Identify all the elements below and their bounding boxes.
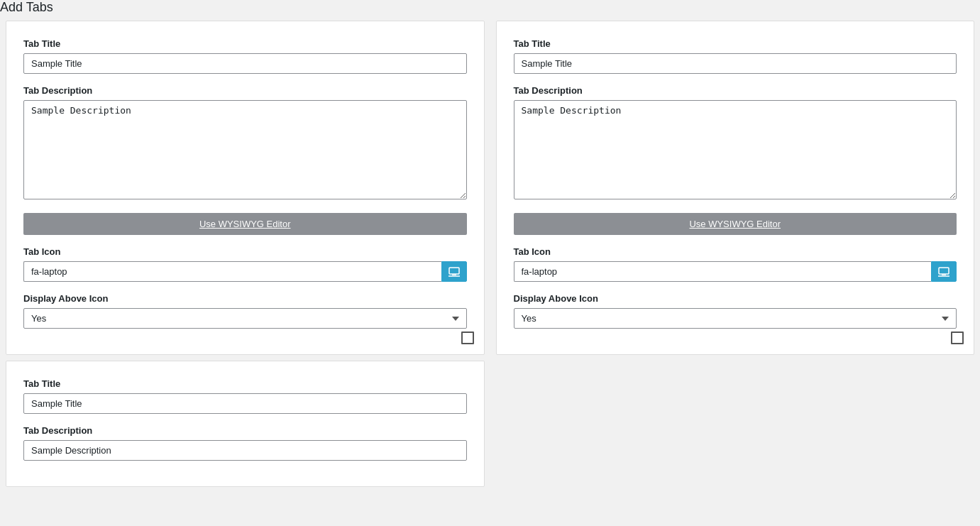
- tab-title-input-1[interactable]: [23, 53, 467, 74]
- tab-icon-group-1: Tab Icon: [23, 246, 467, 282]
- laptop-icon-1: [448, 267, 460, 277]
- display-above-select-2[interactable]: Yes No: [514, 308, 957, 329]
- empty-right-col: [496, 361, 975, 487]
- wysiwyg-button-2[interactable]: Use WYSIWYG Editor: [514, 213, 957, 235]
- tab-title-label-1: Tab Title: [23, 38, 467, 49]
- tab-description-group-3: Tab Description: [23, 425, 467, 461]
- tab-icon-input-1[interactable]: [23, 261, 441, 282]
- svg-rect-3: [939, 268, 949, 274]
- laptop-icon-2: [938, 267, 949, 277]
- card-checkbox-1[interactable]: [461, 332, 474, 344]
- tab-description-textarea-1[interactable]: Sample Description: [23, 100, 467, 199]
- tab-description-label-2: Tab Description: [514, 85, 957, 96]
- tab-title-input-2[interactable]: [514, 53, 957, 74]
- bottom-row: Tab Title Tab Description: [0, 361, 980, 493]
- tab-title-group-3: Tab Title: [23, 378, 467, 414]
- tab-card-2: Tab Title Tab Description Sample Descrip…: [496, 21, 975, 355]
- display-above-group-2: Display Above Icon Yes No: [514, 293, 957, 329]
- tab-icon-label-1: Tab Icon: [23, 246, 467, 257]
- tab-description-textarea-2[interactable]: Sample Description: [514, 100, 957, 199]
- cards-grid: Tab Title Tab Description Sample Descrip…: [0, 15, 980, 361]
- tab-description-input-3[interactable]: [23, 440, 467, 461]
- display-above-select-1[interactable]: Yes No: [23, 308, 467, 329]
- tab-description-group-2: Tab Description Sample Description: [514, 85, 957, 202]
- page-header: Add Tabs: [0, 0, 980, 15]
- tab-icon-group-2: Tab Icon: [514, 246, 957, 282]
- tab-title-group-2: Tab Title: [514, 38, 957, 74]
- tab-card-1: Tab Title Tab Description Sample Descrip…: [6, 21, 485, 355]
- tab-icon-row-2: [514, 261, 957, 282]
- wysiwyg-button-1[interactable]: Use WYSIWYG Editor: [23, 213, 467, 235]
- card-checkbox-2[interactable]: [951, 332, 964, 344]
- tab-description-label-3: Tab Description: [23, 425, 467, 436]
- tab-title-input-3[interactable]: [23, 393, 467, 414]
- page-title: Add Tabs: [0, 0, 980, 15]
- tab-card-3: Tab Title Tab Description: [6, 361, 485, 487]
- tab-description-label-1: Tab Description: [23, 85, 467, 96]
- tab-title-group-1: Tab Title: [23, 38, 467, 74]
- display-above-label-2: Display Above Icon: [514, 293, 957, 304]
- svg-rect-0: [449, 268, 459, 274]
- tab-icon-label-2: Tab Icon: [514, 246, 957, 257]
- tab-icon-input-2[interactable]: [514, 261, 932, 282]
- tab-icon-preview-btn-1[interactable]: [441, 261, 467, 282]
- tab-icon-preview-btn-2[interactable]: [931, 261, 957, 282]
- tab-title-label-3: Tab Title: [23, 378, 467, 389]
- display-above-group-1: Display Above Icon Yes No: [23, 293, 467, 329]
- tab-description-group-1: Tab Description Sample Description: [23, 85, 467, 202]
- display-above-label-1: Display Above Icon: [23, 293, 467, 304]
- tab-icon-row-1: [23, 261, 467, 282]
- tab-title-label-2: Tab Title: [514, 38, 957, 49]
